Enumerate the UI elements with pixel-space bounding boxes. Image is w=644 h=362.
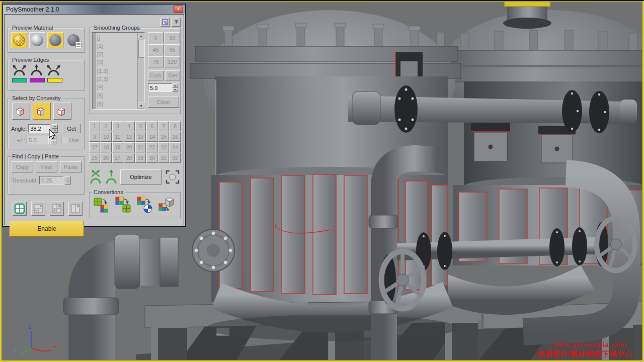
convert-to-mesh-icon[interactable]	[158, 197, 175, 213]
concave-edges-icon[interactable]	[29, 64, 44, 76]
spinner-down-icon[interactable]: ▼	[172, 88, 178, 93]
smoothing-group-number-button[interactable]: 9	[89, 132, 100, 142]
spinner-up-icon[interactable]: ▲	[172, 83, 178, 88]
smoothing-group-number-button[interactable]: 14	[146, 132, 157, 142]
smoothing-group-list-item[interactable]: [6]	[97, 100, 137, 108]
material-checker-button[interactable]	[11, 32, 27, 48]
smoothing-group-list-item[interactable]: [2]	[97, 50, 137, 58]
angle-preset-button[interactable]: 65	[165, 44, 180, 55]
convex-edges-icon[interactable]	[12, 64, 27, 76]
smoothing-group-number-button[interactable]: 3	[112, 121, 123, 131]
grid-option-3-button[interactable]	[50, 202, 64, 216]
threshold-field[interactable]: 0.25	[39, 176, 63, 185]
smoothing-group-number-button[interactable]: 19	[112, 142, 123, 152]
scroll-up-icon[interactable]: ▲	[138, 33, 144, 39]
angle-edges-icon[interactable]	[46, 64, 61, 76]
smoothing-group-list-item[interactable]: [2,3]	[97, 75, 137, 83]
smoothing-group-list-item[interactable]: [5]	[97, 92, 137, 100]
spinner-up-icon[interactable]: ▲	[65, 176, 71, 180]
smoothing-group-number-button[interactable]: 27	[112, 153, 123, 163]
smoothing-group-number-button[interactable]: 12	[124, 132, 135, 142]
material-matte-button[interactable]	[47, 32, 63, 48]
clear-button[interactable]: Clear	[148, 97, 179, 108]
help-button[interactable]: ?	[172, 18, 181, 27]
grid-option-4-button[interactable]	[68, 202, 83, 216]
smoothing-group-number-button[interactable]: 4	[124, 121, 135, 131]
spinner-down-icon[interactable]: ▼	[52, 129, 58, 133]
angle-get-button[interactable]: Get	[62, 124, 81, 133]
smoothing-group-number-button[interactable]: 30	[146, 153, 157, 163]
scrollbar-thumb[interactable]	[138, 40, 145, 58]
select-convex-button[interactable]	[12, 103, 30, 120]
spinner-up-icon[interactable]: ▲	[52, 124, 58, 129]
convert-to-material-icon[interactable]	[137, 197, 153, 213]
angle-field[interactable]: 38.2	[28, 124, 50, 133]
smoothing-group-number-button[interactable]: 18	[101, 142, 112, 152]
angle-spinner[interactable]: ▲ ▼	[52, 124, 58, 133]
paste-button[interactable]: Paste	[60, 161, 82, 172]
smoothing-group-number-button[interactable]: 1	[89, 121, 100, 131]
smoothing-group-number-button[interactable]: 10	[101, 132, 112, 142]
spinner-down-icon[interactable]: ▼	[65, 180, 71, 185]
smoothing-group-number-button[interactable]: 15	[158, 132, 169, 142]
dialog-titlebar[interactable]: PolySmoother 2.1.0 ✕	[3, 5, 185, 14]
close-button[interactable]: ✕	[174, 6, 183, 13]
angle-preset-button[interactable]: 30	[165, 32, 180, 43]
smoothing-group-list-item[interactable]: [3]	[97, 58, 137, 66]
grid-option-2-button[interactable]	[31, 202, 45, 216]
convex-color-swatch[interactable]	[12, 78, 27, 82]
tolerance-spinner[interactable]: ▲ ▼	[50, 136, 56, 144]
show-all-groups-button[interactable]	[13, 202, 27, 216]
smoothing-group-number-button[interactable]: 17	[89, 142, 100, 152]
smoothing-group-number-button[interactable]: 24	[170, 142, 181, 152]
smoothing-group-number-button[interactable]: 29	[135, 153, 146, 163]
copy-button[interactable]: Copy	[12, 161, 33, 172]
find-button[interactable]: Find	[36, 161, 57, 172]
smoothing-group-number-button[interactable]: 5	[135, 121, 146, 131]
spinner-down-icon[interactable]: ▼	[50, 140, 56, 145]
smoothing-group-list-item[interactable]: [4]	[97, 83, 137, 91]
listbox-scrollbar[interactable]: ▲ ▼	[137, 33, 144, 109]
convert-ids-to-groups-icon[interactable]	[115, 197, 131, 213]
notes-button[interactable]	[160, 18, 170, 27]
enable-button[interactable]: Enable	[10, 221, 84, 237]
angle-color-swatch[interactable]	[47, 78, 62, 82]
smoothing-group-list-item[interactable]: []	[97, 34, 137, 42]
smoothing-group-number-button[interactable]: 7	[158, 121, 169, 131]
optimize-button[interactable]: Optimize	[120, 169, 162, 185]
smoothing-group-number-button[interactable]: 6	[146, 121, 157, 131]
select-both-button[interactable]	[33, 103, 51, 120]
smoothing-group-number-button[interactable]: 2	[101, 121, 112, 131]
smoothing-group-number-button[interactable]: 28	[124, 153, 135, 163]
angle-preset-button[interactable]: 0	[148, 32, 164, 43]
material-shiny-button[interactable]	[29, 32, 45, 48]
smoothing-group-number-button[interactable]: 31	[158, 153, 169, 163]
smoothing-angle-field[interactable]: 5.0	[148, 83, 172, 92]
smoothing-group-number-button[interactable]: 25	[89, 153, 100, 163]
smoothing-group-number-button[interactable]: 21	[135, 142, 146, 152]
tolerance-field[interactable]: 5.0	[27, 136, 49, 144]
angle-preset-button[interactable]: 120	[165, 56, 180, 67]
angle-preset-button[interactable]: 45	[148, 44, 164, 55]
material-list-button[interactable]	[65, 32, 82, 48]
smoothing-group-number-button[interactable]: 22	[146, 142, 157, 152]
threshold-spinner[interactable]: ▲ ▼	[65, 176, 71, 185]
flip-normals-icon[interactable]	[105, 169, 117, 185]
isolate-selection-icon[interactable]	[165, 169, 181, 185]
smoothing-group-number-button[interactable]: 23	[158, 142, 169, 152]
smoothing-group-list-item[interactable]: [1]	[97, 42, 137, 50]
get-angle-button[interactable]: Get	[165, 70, 180, 80]
smoothing-group-number-button[interactable]: 8	[170, 121, 181, 131]
smoothing-group-number-button[interactable]: 20	[124, 142, 135, 152]
smoothing-group-number-button[interactable]: 11	[112, 132, 123, 142]
select-concave-button[interactable]	[53, 103, 71, 120]
unify-normals-icon[interactable]	[89, 169, 102, 185]
spinner-up-icon[interactable]: ▲	[50, 136, 56, 140]
angle-preset-button[interactable]: 75	[148, 56, 164, 67]
custom-angle-button[interactable]: Cust.	[148, 70, 164, 80]
smoothing-group-number-button[interactable]: 16	[170, 132, 181, 142]
smoothing-group-list-item[interactable]: [1,3]	[97, 67, 137, 75]
convert-groups-to-ids-icon[interactable]	[94, 197, 110, 213]
concave-color-swatch[interactable]	[30, 78, 45, 82]
smoothing-groups-listbox[interactable]: [][1][2][3][1,3][2,3][4][5][6] ▲ ▼	[92, 32, 145, 110]
